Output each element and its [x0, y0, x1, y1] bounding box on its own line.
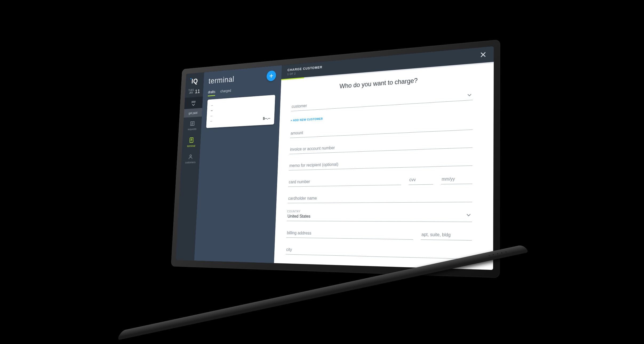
chevron-down-icon — [192, 104, 195, 106]
sidebar-item-terminal[interactable]: terminal — [182, 133, 201, 151]
logo-text: IQ — [191, 77, 198, 85]
terminal-icon — [189, 137, 194, 143]
expiry-input[interactable] — [441, 173, 472, 184]
unit-input[interactable] — [421, 229, 472, 240]
nav-get-paid[interactable]: get paid — [184, 108, 202, 117]
date-block: TUES JAN 11 — [185, 87, 203, 98]
logo-dot-icon: • — [190, 77, 192, 81]
new-charge-button[interactable] — [266, 70, 276, 81]
app-logo: • IQ — [185, 72, 204, 88]
terminal-column: terminal drafts charged -- -- -- -- — [194, 65, 282, 263]
charge-panel: CHARGE CUSTOMER 1 OF 2 Who do you want t… — [274, 46, 494, 270]
app-root: • IQ TUES JAN 11 pay — [176, 46, 494, 270]
memo-input[interactable] — [289, 155, 472, 170]
tab-charged[interactable]: charged — [220, 88, 231, 95]
billing-address-input[interactable] — [286, 228, 413, 239]
charge-form: Who do you want to charge? + ADD NEW CUS… — [274, 63, 494, 270]
svg-point-2 — [190, 155, 191, 156]
draft-amount: $--.-- — [263, 115, 270, 122]
draft-card[interactable]: -- -- -- -- $--.-- — [206, 95, 275, 128]
sidebar-item-label: requests — [187, 127, 196, 131]
plus-icon — [269, 73, 274, 78]
tab-label: drafts — [208, 90, 215, 94]
nav-get-paid-label: get paid — [188, 111, 197, 115]
sidebar-item-label: customers — [185, 161, 195, 164]
close-button[interactable] — [480, 51, 486, 59]
sidebar-item-requests[interactable]: requests — [183, 116, 202, 134]
add-customer-link[interactable]: + ADD NEW CUSTOMER — [290, 117, 323, 122]
close-icon — [480, 51, 486, 58]
date-month: JAN — [188, 91, 194, 94]
tab-drafts[interactable]: drafts — [208, 90, 215, 96]
sidebar-item-label: terminal — [187, 144, 195, 147]
cardholder-input[interactable] — [287, 191, 472, 203]
tab-label: charged — [220, 88, 231, 93]
page-title: terminal — [208, 74, 234, 85]
date-day: 11 — [195, 88, 200, 95]
amount-input[interactable] — [290, 119, 473, 138]
cvv-input[interactable] — [409, 174, 433, 185]
invoice-input[interactable] — [289, 137, 473, 154]
sidebar-item-customers[interactable]: customers — [181, 150, 200, 167]
requests-icon — [190, 121, 195, 126]
nav-pay[interactable]: pay — [184, 96, 203, 109]
nav-pay-label: pay — [191, 100, 195, 104]
country-select[interactable] — [287, 211, 472, 222]
card-number-input[interactable] — [288, 175, 401, 187]
customers-icon — [188, 154, 193, 160]
customer-select[interactable] — [291, 90, 473, 111]
